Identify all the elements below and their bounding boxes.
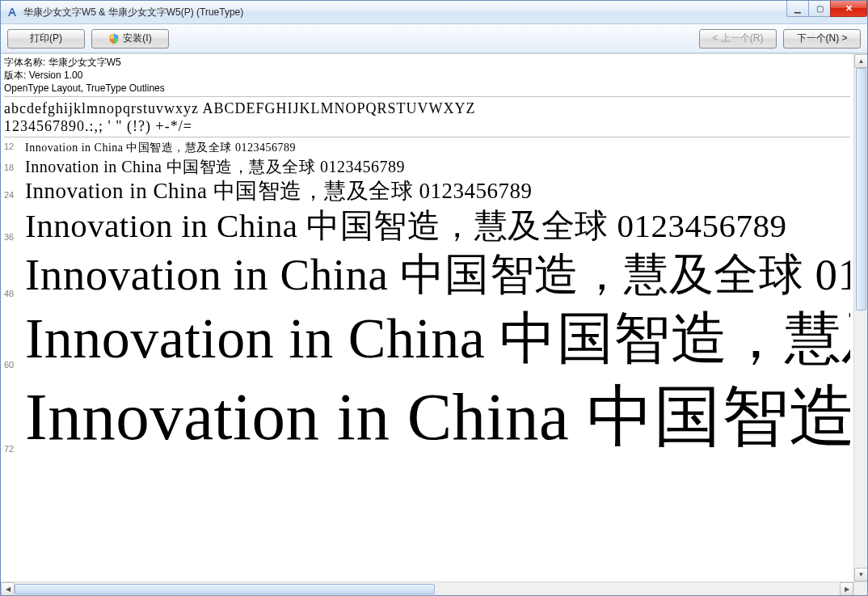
minimize-icon: ▁ xyxy=(794,5,801,13)
app-icon xyxy=(6,6,19,19)
sample-list: 12Innovation in China 中国智造，慧及全球 01234567… xyxy=(4,140,850,459)
scroll-down-button[interactable]: ▼ xyxy=(854,568,867,581)
scrollbar-corner xyxy=(853,581,867,595)
sample-size-label: 36 xyxy=(4,232,25,247)
sample-size-label: 18 xyxy=(4,163,25,177)
sample-size-label: 72 xyxy=(4,444,25,459)
sample-row: 18Innovation in China 中国智造，慧及全球 01234567… xyxy=(4,156,850,177)
sample-text: Innovation in China 中国智造，慧及全球 0123456789 xyxy=(25,205,786,247)
sample-row: 36Innovation in China 中国智造，慧及全球 01234567… xyxy=(4,205,850,247)
close-button[interactable]: ✕ xyxy=(830,1,867,17)
prev-font-label: < 上一个(R) xyxy=(713,32,764,45)
sample-text: Innovation in China 中国智造，慧及全球 0123456789 xyxy=(25,140,296,156)
scroll-left-button[interactable]: ◀ xyxy=(1,582,15,595)
minimize-button[interactable]: ▁ xyxy=(786,1,809,17)
font-layout-line: OpenType Layout, TrueType Outlines xyxy=(4,82,850,95)
sample-size-label: 24 xyxy=(4,190,25,205)
vertical-scroll-thumb[interactable] xyxy=(856,68,866,311)
sample-row: 60Innovation in China 中国智造，慧及全球 01234567… xyxy=(4,303,850,374)
divider xyxy=(4,137,850,137)
sample-text: Innovation in China 中国智造，慧及全球 0123456789 xyxy=(25,156,405,177)
print-button-label: 打印(P) xyxy=(30,32,62,45)
sample-size-label: 48 xyxy=(4,289,25,303)
sample-text: Innovation in China 中国智造，慧及全球 0123456789 xyxy=(25,177,532,205)
sample-text: Innovation in China 中国智造，慧及全球 0123456789 xyxy=(25,247,850,303)
titlebar: 华康少女文字W5 & 华康少女文字W5(P) (TrueType) ▁ ▢ ✕ xyxy=(1,1,867,24)
horizontal-scrollbar[interactable]: ◀ ▶ xyxy=(1,581,853,595)
install-button-label: 安装(I) xyxy=(123,32,151,45)
sample-row: 72Innovation in China 中国智造，慧及全球 01234567… xyxy=(4,374,850,459)
install-button[interactable]: 安装(I) xyxy=(91,29,169,49)
preview-content: 字体名称: 华康少女文字W5 版本: Version 1.00 OpenType… xyxy=(1,54,853,581)
scroll-up-button[interactable]: ▲ xyxy=(854,54,867,68)
sample-row: 12Innovation in China 中国智造，慧及全球 01234567… xyxy=(4,140,850,156)
maximize-button[interactable]: ▢ xyxy=(808,1,831,17)
close-icon: ✕ xyxy=(845,4,853,13)
font-version-line: 版本: Version 1.00 xyxy=(4,69,850,82)
print-button[interactable]: 打印(P) xyxy=(7,29,85,49)
maximize-icon: ▢ xyxy=(816,5,824,13)
sample-text: Innovation in China 中国智造，慧及全球 0123456789 xyxy=(25,303,850,374)
prev-font-button[interactable]: < 上一个(R) xyxy=(699,29,777,49)
divider xyxy=(4,96,850,97)
sample-row: 24Innovation in China 中国智造，慧及全球 01234567… xyxy=(4,177,850,205)
horizontal-scroll-thumb[interactable] xyxy=(15,584,435,594)
window-title: 华康少女文字W5 & 华康少女文字W5(P) (TrueType) xyxy=(23,6,243,19)
scroll-right-button[interactable]: ▶ xyxy=(840,582,853,595)
glyph-line-digits: 1234567890.:,; ' " (!?) +-*/= xyxy=(4,117,850,135)
sample-row: 48Innovation in China 中国智造，慧及全球 01234567… xyxy=(4,247,850,303)
toolbar: 打印(P) 安装(I) < 上一个(R) 下一个(N) > xyxy=(1,24,867,53)
window-controls: ▁ ▢ ✕ xyxy=(787,1,867,17)
sample-text: Innovation in China 中国智造，慧及全球 0123456789 xyxy=(25,374,850,459)
sample-size-label: 60 xyxy=(4,360,25,374)
shield-icon xyxy=(108,33,120,44)
next-font-label: 下一个(N) > xyxy=(797,32,848,45)
font-name-line: 字体名称: 华康少女文字W5 xyxy=(4,56,850,69)
vertical-scrollbar[interactable]: ▲ ▼ xyxy=(853,54,867,581)
content-area: 字体名称: 华康少女文字W5 版本: Version 1.00 OpenType… xyxy=(1,53,867,595)
glyph-line-alpha: abcdefghijklmnopqrstuvwxyz ABCDEFGHIJKLM… xyxy=(4,99,850,117)
sample-size-label: 12 xyxy=(4,142,25,156)
font-preview-window: 华康少女文字W5 & 华康少女文字W5(P) (TrueType) ▁ ▢ ✕ … xyxy=(0,0,868,596)
next-font-button[interactable]: 下一个(N) > xyxy=(783,29,861,49)
